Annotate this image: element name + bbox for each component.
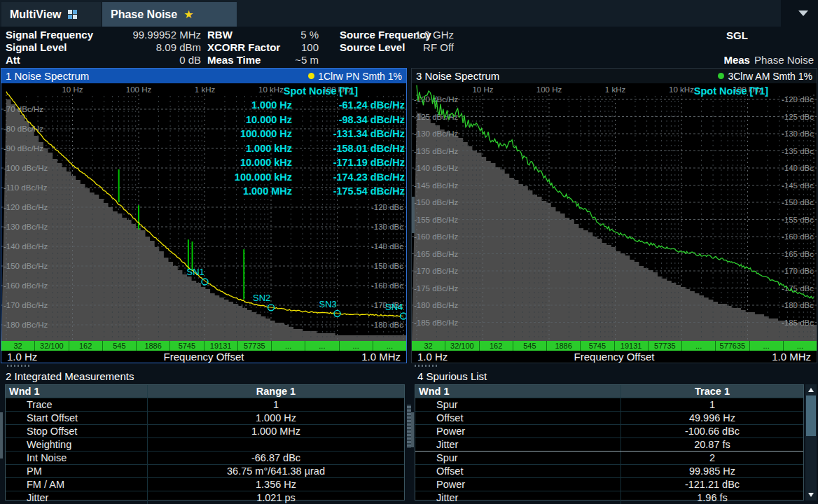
xcorr-segment-cell: ... [272,341,305,351]
xcorr-segment-bar-1: 3232/100162545188657451913157735........… [1,341,406,351]
xcorr-segment-cell: 32/100 [35,341,69,351]
table-row[interactable]: Weighting [6,438,404,451]
spot-noise-value: -174.23 dBc/Hz [292,170,405,185]
table-row[interactable]: Power-121.21 dBc [415,477,803,491]
window-2-left-scroll-thumb[interactable] [0,412,3,458]
spot-noise-row: 10.000 kHz-171.19 dBc/Hz [196,155,405,170]
window-3-titlebar[interactable]: 3 Noise Spectrum 3Clrw AM Smth 1% [412,69,817,83]
table-row[interactable]: Spur1 [415,398,803,411]
table-4-header: Wnd 1 Trace 1 [415,385,803,398]
row-label: Start Offset [6,412,147,424]
window-3-trace-legend: 3Clrw AM Smth 1% [718,71,812,82]
window-2-titlebar[interactable]: 2 Integrated Measurements [0,369,408,384]
window-4-left-scroll-thumb[interactable] [411,412,414,447]
tab-multiview-label: MultiView [10,8,62,21]
scroll-up-icon[interactable] [808,388,814,392]
multiview-grid-icon [68,10,77,19]
table-row[interactable]: Trace1 [6,398,404,411]
y-left-tick-label: -160 dBc/Hz [4,281,48,290]
y-right-tick-label: -175 dBc [782,284,814,293]
meas-label: Meas [723,54,750,66]
window-3-noise-spectrum: 3 Noise Spectrum 3Clrw AM Smth 1% 10 Hz1… [411,68,817,363]
table-row[interactable]: Power-100.66 dBc [415,424,803,438]
row-value: 36.75 m°/641.38 µrad [147,465,404,477]
table-row[interactable]: PM36.75 m°/641.38 µrad [6,464,404,477]
row-value: 49.996 Hz [621,412,803,424]
xcorr-segment-cell: 19131 [615,341,649,351]
y-left-tick-label: -140 dBc/Hz [4,242,48,251]
row-value: 20.87 fs [621,438,803,451]
window-4-titlebar[interactable]: 4 Spurious List [411,369,818,384]
xcorr-segment-cell: 57735 [238,341,272,351]
table-row[interactable]: Spur2 [415,451,803,464]
y-left-tick-label: -130 dBc/Hz [414,130,459,138]
xcorr-segment-cell: 545 [513,341,547,351]
row-value: 1.021 ps [147,491,404,504]
window-2-title: 2 Integrated Measurements [6,370,134,382]
xcorr-segment-bar-3: 3232/100162545188657451913157735...57763… [412,341,817,351]
row-label: Offset [415,412,621,424]
marker-sn3[interactable] [334,310,340,316]
xcorr-segment-cell: 545 [103,341,137,351]
spot-noise-value: -98.34 dBc/Hz [292,113,405,127]
header-field-value[interactable]: RF Off [286,41,454,54]
y-right-tick-label: -180 dBc [371,321,403,329]
tab-phase-noise[interactable]: Phase Noise ★ [102,2,237,27]
window-1-titlebar[interactable]: 1 Noise Spectrum 1Clrw PN Smth 1% [1,69,406,83]
marker-sn2[interactable] [268,304,275,311]
spectrum-plot-3: 10 Hz100 Hz1 kHz10 kHz100 kHz-120 dBc/Hz… [412,83,817,341]
marker-label-sn1: SN1 [187,267,204,277]
window-3-left-scroll-thumb[interactable] [412,197,415,233]
tab-multiview[interactable]: MultiView [1,2,101,27]
spurious-list-table: Wnd 1 Trace 1 Spur1Offset49.996 HzPower-… [415,384,804,500]
xcorr-segment-cell: 5745 [581,341,614,351]
scroll-thumb[interactable] [806,396,816,436]
table-row[interactable]: Jitter20.87 fs [415,438,803,451]
trace1-legend-label: 1Clrw PN Smth 1% [318,71,402,82]
row-label: Offset [415,465,621,477]
marker-sn4[interactable] [401,313,407,319]
y-left-tick-label: -110 dBc/Hz [4,183,48,192]
y-right-tick-label: -130 dBc [371,223,403,231]
y-left-tick-label: -150 dBc/Hz [414,198,459,206]
table-row[interactable]: Offset49.996 Hz [415,411,803,424]
spectrum-plot-1: 10 Hz100 Hz1 kHz10 kHz100 kHz-70 dBc/Hz-… [1,83,406,341]
tab-dropdown-icon[interactable] [798,10,808,16]
row-label: PM [6,465,147,477]
table-row[interactable]: Stop Offset1.000 MHz [6,424,404,438]
table-row[interactable]: Int Noise-66.87 dBc [6,451,404,464]
y-left-tick-label: -135 dBc/Hz [414,147,459,155]
x-stop-3: 1.0 MHz [772,351,811,363]
xcorr-segment-cell: 577635 [716,341,749,351]
header-field-value[interactable]: 1.0 GHz [286,29,454,41]
y-right-tick-label: -170 dBc [782,267,814,275]
trace3-color-dot-icon [718,73,724,79]
window-1-trace-legend: 1Clrw PN Smth 1% [308,71,402,82]
window-4-scrollbar[interactable] [805,384,817,500]
spot-noise-offset: 1.000 MHz [196,184,292,199]
table-2-col1-header: Wnd 1 [6,385,147,398]
xcorr-segment-cell: ... [373,341,406,351]
table-row[interactable]: Jitter1.96 fs [415,491,803,504]
trace3-legend-label: 3Clrw AM Smth 1% [728,71,812,82]
horizontal-splitter-handle-right[interactable] [415,365,438,367]
scroll-down-icon[interactable] [808,493,814,497]
xcorr-segment-cell: ... [340,341,373,351]
y-left-tick-label: -140 dBc/Hz [414,164,459,172]
row-value: 1 [621,398,803,411]
header-field-value[interactable]: ~5 m [151,54,319,66]
marker-sn1[interactable] [202,279,208,285]
spot-noise-row: 100.000 Hz-131.34 dBc/Hz [196,127,405,141]
table-row[interactable]: Jitter1.021 ps [6,491,404,504]
y-left-tick-label: -145 dBc/Hz [414,181,459,190]
horizontal-splitter-handle-left[interactable] [7,365,31,367]
row-value: 1 [147,398,404,411]
xcorr-segment-cell: 162 [480,341,513,351]
sweep-mode-label: SGL [726,29,748,41]
table-row[interactable]: FM / AM1.356 Hz [6,477,404,491]
spot-noise-offset: 10.000 Hz [196,113,292,127]
table-row[interactable]: Start Offset1.000 Hz [6,411,404,424]
x-axis-label-3: Frequency Offset [412,351,817,363]
table-row[interactable]: Offset99.985 Hz [415,464,803,477]
xcorr-segment-cell: 32 [412,341,445,351]
